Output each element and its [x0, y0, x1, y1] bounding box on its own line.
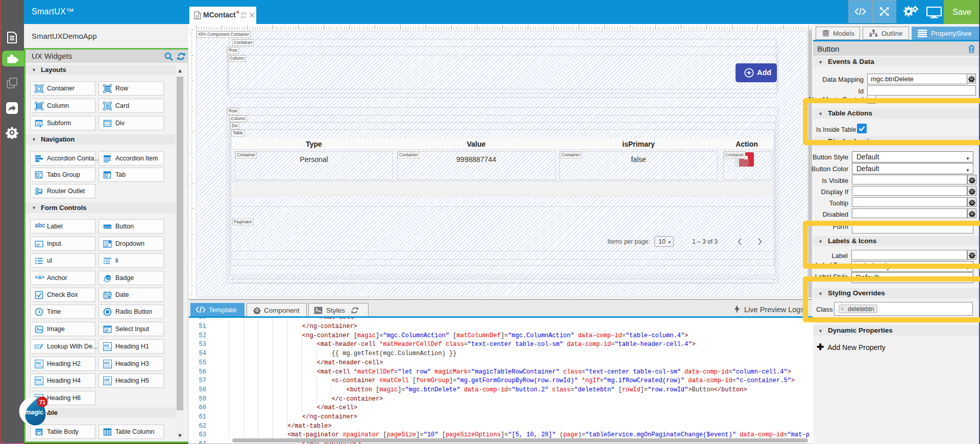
svg-text:magic: magic [25, 409, 43, 416]
svg-text:71: 71 [39, 399, 45, 405]
